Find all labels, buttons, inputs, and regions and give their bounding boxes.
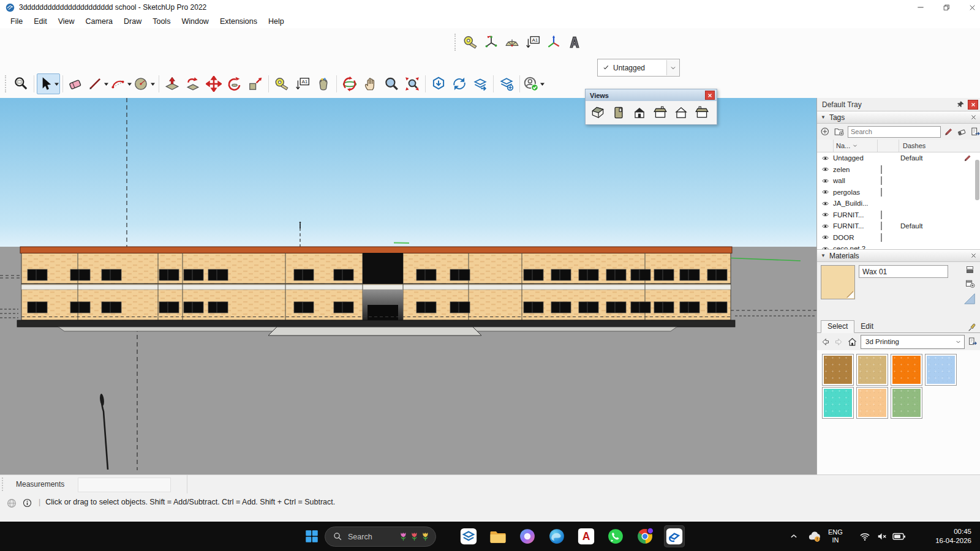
view-front-button[interactable] xyxy=(629,103,650,122)
materials-section-header[interactable]: ▼ Materials xyxy=(817,249,980,262)
edit-tag-button[interactable] xyxy=(944,127,954,137)
start-button[interactable] xyxy=(303,527,321,545)
text-3d-tool-button[interactable] xyxy=(564,32,585,53)
chevron-down-icon[interactable] xyxy=(104,81,109,87)
tag-details-button[interactable] xyxy=(970,127,980,137)
weather-tulips-icon[interactable] xyxy=(398,531,431,542)
tags-section-header[interactable]: ▼ Tags xyxy=(817,111,980,124)
tag-dashes-value[interactable]: Default xyxy=(900,222,954,230)
tag-row[interactable]: FURNIT... xyxy=(817,209,980,221)
language-indicator[interactable]: ENGIN xyxy=(828,522,843,551)
views-palette-titlebar[interactable]: Views xyxy=(586,89,717,101)
tab-select[interactable]: Select xyxy=(821,320,854,333)
tag-color-swatch[interactable] xyxy=(881,211,882,219)
chevron-down-icon[interactable] xyxy=(54,81,59,87)
visibility-eye-icon[interactable] xyxy=(817,154,833,162)
geolocation-icon[interactable] xyxy=(6,498,17,509)
tags-scrollbar[interactable] xyxy=(974,155,980,247)
tape-measure-tool-button[interactable] xyxy=(460,32,481,53)
taskbar-app-autocad[interactable]: A xyxy=(576,525,597,547)
close-button[interactable] xyxy=(959,0,980,15)
purge-tags-button[interactable] xyxy=(957,127,967,137)
tag-row[interactable]: FURNIT...Default xyxy=(817,220,980,232)
taskbar-app-folder[interactable] xyxy=(488,525,508,547)
axes-xyz-tool-button[interactable] xyxy=(543,32,564,53)
in-model-home-button[interactable] xyxy=(847,337,858,347)
share-model-tool-button[interactable] xyxy=(449,73,470,94)
tray-close-button[interactable] xyxy=(968,100,978,110)
view-back-button[interactable] xyxy=(671,103,692,122)
material-swatch-brown[interactable] xyxy=(822,354,854,386)
clock[interactable]: 00:4516-04-2026 xyxy=(918,522,971,551)
measurements-value-box[interactable] xyxy=(78,478,171,492)
toolbar-grip[interactable] xyxy=(454,34,458,51)
protractor-tool-button[interactable] xyxy=(502,32,522,53)
views-close-button[interactable] xyxy=(705,91,715,100)
tag-color-swatch[interactable] xyxy=(881,165,882,174)
orbit-tool-button[interactable] xyxy=(339,73,360,94)
tab-edit[interactable]: Edit xyxy=(854,321,880,332)
eraser-tool-button[interactable] xyxy=(66,73,86,94)
visibility-eye-icon[interactable] xyxy=(817,211,833,219)
tags-search-input[interactable] xyxy=(848,126,941,138)
restore-button[interactable] xyxy=(933,0,959,15)
material-swatch-tan[interactable] xyxy=(856,354,888,386)
collection-details-button[interactable] xyxy=(968,337,978,347)
column-dashes[interactable]: Dashes xyxy=(899,140,980,152)
menu-extensions[interactable]: Extensions xyxy=(214,16,263,27)
volume-mute-icon[interactable] xyxy=(876,522,888,551)
tag-color-swatch[interactable] xyxy=(881,233,882,242)
info-icon[interactable] xyxy=(22,498,32,508)
taskbar-app-whatsapp[interactable] xyxy=(605,525,626,547)
wifi-icon[interactable] xyxy=(859,522,871,551)
follow-me-tool-button[interactable] xyxy=(183,73,203,94)
material-swatch-green[interactable] xyxy=(891,387,922,419)
chevron-down-icon[interactable] xyxy=(150,81,156,87)
current-material-swatch[interactable] xyxy=(821,265,855,299)
taskbar-search[interactable]: Search xyxy=(325,527,436,547)
line-tool-button[interactable] xyxy=(86,73,110,94)
minimize-button[interactable] xyxy=(908,0,933,15)
tag-dashes-value[interactable]: Default xyxy=(900,154,954,162)
secondary-pane-button[interactable] xyxy=(965,265,974,274)
visibility-eye-icon[interactable] xyxy=(817,233,833,241)
tag-row[interactable]: UntaggedDefault xyxy=(817,152,980,164)
get-models-tool-button[interactable] xyxy=(428,73,449,94)
material-swatch-turquoise[interactable] xyxy=(822,387,854,419)
chevron-down-icon[interactable] xyxy=(666,60,679,75)
view-left-button[interactable] xyxy=(692,103,712,122)
menu-edit[interactable]: Edit xyxy=(28,16,53,27)
tag-row[interactable]: ceco net 2 xyxy=(817,243,980,249)
extension-warehouse-tool-button[interactable] xyxy=(496,73,517,94)
pin-icon[interactable] xyxy=(957,100,965,108)
select-tool-button[interactable] xyxy=(37,73,60,94)
visibility-eye-icon[interactable] xyxy=(817,222,833,230)
taskbar-app-sketchup[interactable] xyxy=(664,525,685,547)
visibility-eye-icon[interactable] xyxy=(817,177,833,185)
scrollbar-thumb[interactable] xyxy=(975,160,979,200)
chevron-down-icon[interactable] xyxy=(540,81,545,87)
circle-tool-button[interactable] xyxy=(133,73,156,94)
tags-close-icon[interactable] xyxy=(970,114,977,121)
taskbar-app-su-layers[interactable] xyxy=(458,525,479,547)
tag-row[interactable]: DOOR xyxy=(817,232,980,244)
pan-tool-button[interactable] xyxy=(360,73,381,94)
3d-viewport[interactable] xyxy=(0,98,816,474)
tag-color-swatch[interactable] xyxy=(881,222,882,230)
taskbar-app-edge[interactable] xyxy=(546,525,567,547)
tag-color-swatch[interactable] xyxy=(881,188,882,197)
menu-window[interactable]: Window xyxy=(176,16,214,27)
menu-camera[interactable]: Camera xyxy=(80,16,118,27)
column-color[interactable] xyxy=(877,140,899,152)
menu-tools[interactable]: Tools xyxy=(147,16,176,27)
move-tool-button[interactable] xyxy=(203,73,224,94)
back-arrow-button[interactable] xyxy=(820,337,831,347)
push-pull-tool-button[interactable] xyxy=(162,73,183,94)
material-name-field[interactable] xyxy=(859,265,948,278)
rotate-tool-button[interactable] xyxy=(224,73,245,94)
account-tool-button[interactable] xyxy=(522,73,546,94)
material-swatch-orange[interactable] xyxy=(891,354,922,386)
materials-close-icon[interactable] xyxy=(970,252,977,259)
menu-help[interactable]: Help xyxy=(263,16,290,27)
add-tag-folder-button[interactable] xyxy=(834,126,845,137)
